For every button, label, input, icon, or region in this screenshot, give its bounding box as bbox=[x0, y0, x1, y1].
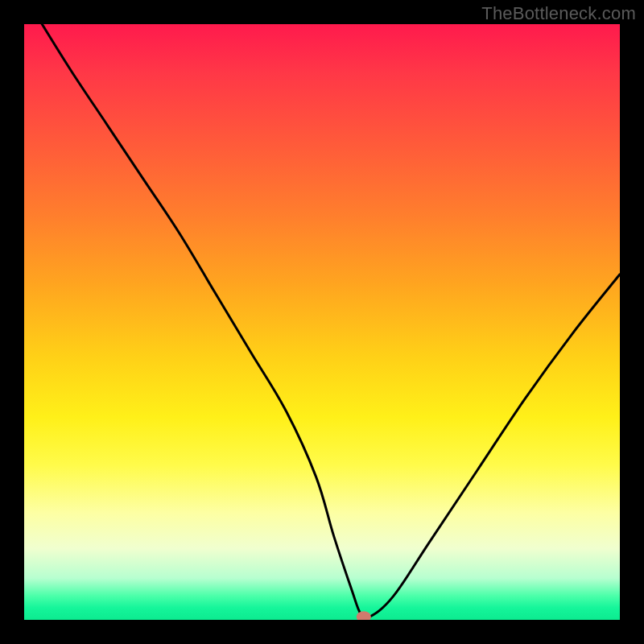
watermark-text: TheBottleneck.com bbox=[481, 3, 636, 24]
curve-path bbox=[42, 24, 620, 618]
bottleneck-curve bbox=[24, 24, 620, 620]
chart-container: TheBottleneck.com bbox=[0, 0, 644, 644]
plot-area bbox=[24, 24, 620, 620]
